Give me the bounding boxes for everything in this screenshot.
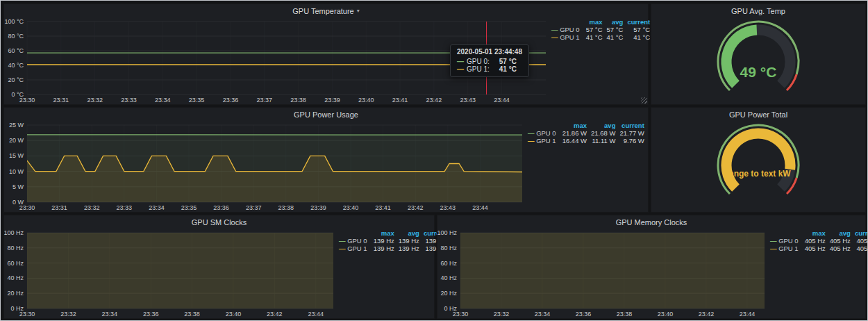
legend-col-header[interactable]: current: [625, 18, 652, 26]
panel-gpu-avg-temp: GPU Avg. Temp 49 °C: [651, 3, 866, 105]
legend-col-header[interactable]: max: [560, 122, 589, 129]
gpu-power-usage-chart[interactable]: 23:3023:3123:3223:3323:3423:3523:3623:37…: [4, 121, 526, 212]
gpu-power-usage-svg: 23:3023:3123:3223:3323:3423:3523:3623:37…: [4, 121, 526, 212]
svg-text:23:40: 23:40: [658, 311, 674, 318]
gpu-avg-temp-svg: 49 °C: [651, 17, 865, 104]
panel-resize-handle[interactable]: [641, 97, 647, 104]
legend-value: 139 Hz: [397, 237, 422, 245]
legend-series-name[interactable]: — GPU 1: [549, 33, 584, 41]
legend-row: — GPU 0405 Hz405 Hz405 Hz: [768, 237, 868, 245]
svg-text:range to text kW: range to text kW: [726, 169, 791, 179]
legend-series-name[interactable]: — GPU 0: [337, 237, 372, 245]
chevron-down-icon[interactable]: ▾: [357, 8, 360, 14]
svg-text:23:39: 23:39: [310, 204, 326, 211]
svg-text:23:41: 23:41: [392, 97, 408, 104]
legend-row: — GPU 0139 Hz139 Hz139 Hz: [337, 237, 449, 245]
tooltip-series-value: 57 °C: [499, 58, 517, 65]
legend-col-header[interactable]: current: [617, 122, 646, 129]
panel-title: GPU Power Total: [729, 110, 787, 119]
legend-value: 405 Hz: [803, 237, 828, 245]
legend-row: — GPU 141 °C41 °C41 °C: [549, 33, 652, 41]
tooltip-row: — GPU 0: 57 °C: [457, 58, 522, 65]
svg-text:23:36: 23:36: [576, 311, 592, 318]
svg-text:100 Hz: 100 Hz: [4, 229, 24, 236]
panel-header-gpu-temperature[interactable]: GPU Temperature ▾: [4, 4, 648, 17]
legend-row: — GPU 057 °C57 °C57 °C: [549, 26, 652, 33]
legend-series-name[interactable]: — GPU 1: [768, 245, 803, 252]
gpu-memory-clocks-chart[interactable]: 23:3023:3223:3423:3623:3823:4023:4223:44…: [437, 229, 768, 318]
svg-text:5 W: 5 W: [12, 183, 24, 190]
panel-header-gpu-power-total[interactable]: GPU Power Total: [651, 108, 865, 121]
svg-text:23:35: 23:35: [181, 204, 197, 211]
legend-value: 405 Hz: [853, 237, 868, 245]
legend-series-name[interactable]: — GPU 1: [526, 137, 560, 145]
panel-header-gpu-sm-clocks[interactable]: GPU SM Clocks: [4, 215, 434, 229]
legend-value: 139 Hz: [397, 245, 422, 252]
panel-header-gpu-avg-temp[interactable]: GPU Avg. Temp: [651, 4, 865, 17]
legend-value: 41 °C: [584, 33, 605, 41]
svg-text:23:34: 23:34: [149, 204, 165, 211]
svg-text:23:42: 23:42: [267, 311, 283, 318]
panel-header-gpu-power-usage[interactable]: GPU Power Usage: [4, 108, 648, 121]
series-color-dash: —: [339, 245, 346, 252]
panel-gpu-power-total: GPU Power Total range to text kW: [651, 107, 866, 213]
legend-col-header[interactable]: avg: [397, 229, 422, 237]
svg-text:23:31: 23:31: [51, 204, 67, 211]
svg-text:23:38: 23:38: [617, 311, 633, 318]
svg-text:23:31: 23:31: [53, 97, 69, 104]
svg-text:23:43: 23:43: [460, 97, 476, 104]
series-color-dash: —: [770, 237, 777, 245]
legend-value: 21.86 W: [560, 129, 589, 137]
svg-text:23:39: 23:39: [324, 97, 340, 104]
legend-col-header[interactable]: avg: [828, 229, 853, 237]
legend-col-header[interactable]: max: [372, 229, 397, 237]
svg-text:20 Hz: 20 Hz: [7, 290, 24, 297]
legend-col-header[interactable]: avg: [605, 18, 626, 26]
series-color-dash: —: [457, 58, 464, 65]
panel-title: GPU SM Clocks: [192, 218, 247, 227]
panel-header-gpu-memory-clocks[interactable]: GPU Memory Clocks: [437, 215, 865, 229]
panel-title: GPU Memory Clocks: [616, 218, 687, 227]
legend-col-header[interactable]: max: [803, 229, 828, 237]
legend-series-name[interactable]: — GPU 0: [768, 237, 803, 245]
svg-text:20 °C: 20 °C: [8, 76, 24, 83]
svg-text:23:34: 23:34: [535, 311, 551, 318]
legend-value: 11.11 W: [589, 137, 617, 145]
legend-series-name[interactable]: — GPU 0: [526, 129, 560, 137]
svg-text:60 Hz: 60 Hz: [440, 260, 457, 267]
svg-text:23:43: 23:43: [440, 204, 456, 211]
svg-text:23:40: 23:40: [226, 311, 242, 318]
series-color-dash: —: [457, 65, 464, 73]
svg-text:23:44: 23:44: [740, 311, 756, 318]
legend-row: — GPU 116.44 W11.11 W9.76 W: [526, 137, 646, 145]
legend-value: 57 °C: [625, 26, 652, 33]
panel-gpu-sm-clocks: GPU SM Clocks 23:3023:3223:3423:3623:382…: [3, 215, 435, 319]
gpu-power-total-svg: range to text kW: [651, 121, 865, 212]
series-color-dash: —: [551, 33, 558, 41]
legend-value: 405 Hz: [803, 245, 828, 252]
svg-text:23:44: 23:44: [472, 204, 488, 211]
svg-text:23:35: 23:35: [189, 97, 205, 104]
legend-col-header[interactable]: current: [853, 229, 868, 237]
series-color-dash: —: [528, 129, 535, 137]
svg-text:23:32: 23:32: [494, 311, 510, 318]
legend-value: 139 Hz: [372, 245, 397, 252]
gpu-sm-clocks-chart[interactable]: 23:3023:3223:3423:3623:3823:4023:4223:44…: [4, 229, 337, 318]
panel-title: GPU Avg. Temp: [731, 7, 785, 15]
svg-text:25 W: 25 W: [9, 122, 24, 129]
svg-text:23:36: 23:36: [143, 311, 159, 318]
svg-text:100 Hz: 100 Hz: [437, 229, 457, 236]
legend-series-name[interactable]: — GPU 1: [337, 245, 372, 252]
legend-series-name[interactable]: — GPU 0: [549, 26, 584, 33]
svg-text:23:38: 23:38: [184, 311, 200, 318]
svg-text:20 W: 20 W: [9, 137, 24, 144]
graph-tooltip: 2020-05-01 23:44:48 — GPU 0: 57 °C — GPU…: [450, 44, 529, 77]
series-color-dash: —: [770, 245, 777, 252]
svg-text:23:41: 23:41: [375, 204, 391, 211]
svg-text:80 Hz: 80 Hz: [440, 245, 457, 252]
svg-text:23:38: 23:38: [278, 204, 294, 211]
legend-col-header[interactable]: max: [584, 18, 605, 26]
legend-value: 41 °C: [605, 33, 626, 41]
svg-text:80 Hz: 80 Hz: [7, 245, 24, 252]
legend-col-header[interactable]: avg: [589, 122, 617, 129]
